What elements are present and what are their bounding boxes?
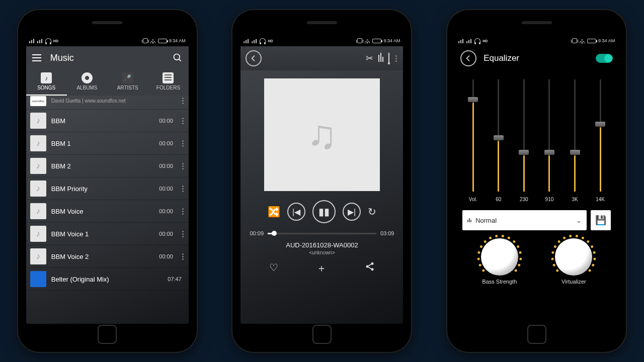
slider-thumb[interactable] xyxy=(544,150,554,155)
list-item[interactable]: Belter (Original Mix) 07:47 xyxy=(26,268,189,291)
list-item[interactable]: ♪ BBM Voice 2 00:00 xyxy=(26,245,189,268)
album-art-icon: ♪ xyxy=(30,226,46,242)
playback-controls: 🔀 |◀ ▮▮ ▶| ↻ xyxy=(268,200,376,223)
album-art-icon: ♪ xyxy=(30,158,46,174)
slider-thumb[interactable] xyxy=(468,97,478,102)
tab-label: ARTISTS xyxy=(117,85,138,90)
more-icon[interactable] xyxy=(394,53,398,64)
more-icon[interactable] xyxy=(181,116,185,126)
back-button[interactable] xyxy=(246,50,262,66)
svg-point-3 xyxy=(366,265,369,268)
eq-band[interactable]: 3K xyxy=(566,76,585,202)
song-duration: 00:00 xyxy=(159,140,173,146)
list-item[interactable]: ♪ BBM Voice 00:00 xyxy=(26,200,189,223)
tab-artists[interactable]: ARTISTS xyxy=(107,69,148,96)
list-item[interactable]: soundfox David Guetta | www.soundfox.net xyxy=(26,96,189,110)
repeat-button[interactable]: ↻ xyxy=(368,206,376,218)
page-title: Equalizer xyxy=(484,53,589,63)
slider-track[interactable] xyxy=(498,79,499,192)
list-item[interactable]: ♪ BBM 2 00:00 xyxy=(26,155,189,177)
album-art-icon: ♪ xyxy=(30,113,46,129)
progress-thumb[interactable] xyxy=(272,231,277,236)
headphone-icon[interactable] xyxy=(388,53,389,64)
more-icon[interactable] xyxy=(181,184,185,194)
favorite-icon[interactable]: ♡ xyxy=(269,261,278,275)
list-item[interactable]: ♪ BBM 1 00:00 xyxy=(26,132,189,155)
song-list[interactable]: soundfox David Guetta | www.soundfox.net… xyxy=(26,96,189,324)
slider-fill xyxy=(523,152,525,192)
slider-track[interactable] xyxy=(472,79,474,192)
cut-icon[interactable]: ✂ xyxy=(366,53,373,64)
seek-bar[interactable]: 00:09 03:09 xyxy=(250,230,394,236)
virtualizer-knob[interactable] xyxy=(555,238,592,276)
eq-band[interactable]: 910 xyxy=(540,76,559,202)
slider-thumb[interactable] xyxy=(519,150,529,155)
album-art-icon xyxy=(30,271,46,287)
signal-icon xyxy=(29,38,35,43)
search-icon[interactable] xyxy=(173,53,183,63)
song-artist: David Guetta | www.soundfox.net xyxy=(51,98,176,104)
back-button[interactable] xyxy=(460,50,476,66)
more-icon[interactable] xyxy=(181,206,185,217)
slider-thumb[interactable] xyxy=(494,135,504,140)
eq-band[interactable]: 60 xyxy=(489,76,508,202)
more-icon[interactable] xyxy=(181,138,185,149)
tab-folders[interactable]: FOLDERS xyxy=(148,69,189,96)
song-duration: 00:00 xyxy=(159,163,173,169)
equalizer-body: Vol. 60 230 910 3K 14K Normal ⌄ 💾 xyxy=(455,70,618,324)
clock: 9:34 AM xyxy=(383,38,400,43)
svg-point-2 xyxy=(371,262,374,265)
eq-band[interactable]: Vol. xyxy=(463,76,482,202)
tab-songs[interactable]: SONGS xyxy=(26,69,67,96)
headphone-icon xyxy=(474,38,480,43)
next-button[interactable]: ▶| xyxy=(343,203,361,221)
song-duration: 07:47 xyxy=(168,276,182,282)
preset-dropdown[interactable]: Normal ⌄ xyxy=(462,210,587,230)
prev-button[interactable]: |◀ xyxy=(287,203,305,221)
band-label: 60 xyxy=(496,197,501,202)
shuffle-button[interactable]: 🔀 xyxy=(268,206,280,218)
album-art-icon: soundfox xyxy=(30,96,46,106)
time-elapsed: 00:09 xyxy=(250,230,264,236)
tab-label: ALBUMS xyxy=(76,85,97,90)
more-icon[interactable] xyxy=(181,251,185,262)
headphone-icon xyxy=(45,38,51,43)
slider-track[interactable] xyxy=(600,79,601,192)
song-title: BBM Priority xyxy=(51,185,154,193)
share-icon[interactable] xyxy=(365,261,375,275)
eq-band[interactable]: 14K xyxy=(591,76,610,202)
more-icon[interactable] xyxy=(181,161,185,171)
pause-button[interactable]: ▮▮ xyxy=(312,200,336,223)
eq-toggle[interactable] xyxy=(596,54,613,63)
save-button[interactable]: 💾 xyxy=(591,210,611,230)
wifi-icon xyxy=(364,38,370,43)
clock: 9:34 AM xyxy=(169,38,186,43)
signal-icon xyxy=(37,38,43,43)
song-title: BBM Voice xyxy=(51,208,154,215)
folders-icon xyxy=(163,72,174,83)
list-item[interactable]: ♪ BBM 00:00 xyxy=(26,110,189,132)
bass-knob[interactable] xyxy=(481,238,518,276)
tab-label: FOLDERS xyxy=(156,85,180,90)
slider-track[interactable] xyxy=(574,79,576,192)
slider-thumb[interactable] xyxy=(570,150,580,155)
battery-icon xyxy=(587,39,596,43)
slider-thumb[interactable] xyxy=(595,122,605,127)
list-item[interactable]: ♪ BBM Voice 1 00:00 xyxy=(26,223,189,245)
list-item[interactable]: ♪ BBM Priority 00:00 xyxy=(26,177,189,200)
menu-icon[interactable] xyxy=(32,54,41,61)
more-icon[interactable] xyxy=(181,96,185,106)
time-total: 03:09 xyxy=(380,230,394,236)
tab-albums[interactable]: ALBUMS xyxy=(67,69,108,96)
eq-band[interactable]: 230 xyxy=(514,76,533,202)
more-icon[interactable] xyxy=(181,229,185,239)
progress-track[interactable] xyxy=(268,233,376,234)
battery-icon xyxy=(372,39,381,43)
signal-icon xyxy=(252,38,258,43)
song-title: BBM 2 xyxy=(51,162,154,170)
add-icon[interactable]: ＋ xyxy=(316,261,327,275)
slider-track[interactable] xyxy=(523,79,525,192)
slider-track[interactable] xyxy=(548,79,550,192)
equalizer-icon[interactable] xyxy=(378,53,383,64)
wifi-icon xyxy=(579,38,585,43)
